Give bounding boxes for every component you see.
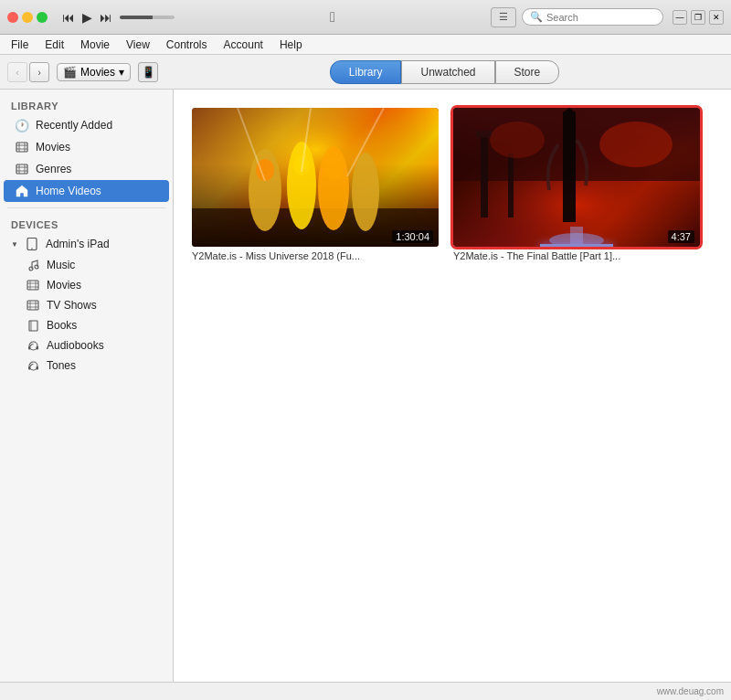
svg-rect-20 bbox=[27, 301, 38, 310]
menu-account[interactable]: Account bbox=[217, 37, 270, 53]
video-item-miss-universe[interactable]: 1:30:04 Y2Mate.is - Miss Universe 2018 (… bbox=[192, 108, 439, 261]
rewind-button[interactable]: ⏮ bbox=[62, 10, 75, 25]
svg-point-53 bbox=[490, 122, 545, 158]
menu-movie[interactable]: Movie bbox=[73, 37, 117, 53]
genres-icon bbox=[15, 162, 29, 176]
video-label-miss-universe: Y2Mate.is - Miss Universe 2018 (Fu... bbox=[192, 250, 439, 261]
device-movies-icon bbox=[26, 278, 40, 292]
device-icon-button[interactable]: 📱 bbox=[138, 62, 158, 82]
apple-logo:  bbox=[182, 9, 483, 26]
svg-point-52 bbox=[599, 122, 673, 167]
list-view-button[interactable]: ☰ bbox=[491, 7, 516, 27]
sidebar-item-genres[interactable]: Genres bbox=[4, 158, 169, 180]
movies-icon bbox=[15, 140, 29, 154]
menu-help[interactable]: Help bbox=[272, 37, 310, 53]
os-window-controls: — ❐ ✕ bbox=[673, 10, 724, 25]
main-layout: Library 🕐 Recently Added Movies Genres H… bbox=[0, 90, 731, 682]
menu-controls[interactable]: Controls bbox=[159, 37, 215, 53]
status-bar: www.deuag.com bbox=[0, 682, 731, 700]
sidebar-item-ipad[interactable]: ▼ Admin's iPad bbox=[4, 233, 169, 255]
movies-label: Movies bbox=[36, 141, 70, 154]
nav-arrows: ‹ › bbox=[7, 62, 49, 82]
category-icon: 🎬 bbox=[63, 66, 77, 79]
sidebar-item-home-videos[interactable]: Home Videos bbox=[4, 180, 169, 202]
list-icon: ☰ bbox=[499, 11, 508, 23]
svg-point-34 bbox=[287, 142, 316, 229]
sidebar-sub-item-tv-shows[interactable]: TV Shows bbox=[4, 295, 169, 315]
tv-shows-icon bbox=[26, 298, 40, 313]
search-icon: 🔍 bbox=[530, 11, 543, 23]
tv-shows-label: TV Shows bbox=[47, 299, 97, 312]
fastforward-button[interactable]: ⏭ bbox=[100, 10, 112, 25]
music-label: Music bbox=[47, 259, 75, 271]
svg-rect-51 bbox=[570, 227, 583, 245]
svg-rect-25 bbox=[29, 321, 37, 331]
category-label: Movies bbox=[80, 66, 115, 79]
menu-bar: File Edit Movie View Controls Account He… bbox=[0, 35, 731, 55]
svg-rect-47 bbox=[508, 154, 514, 217]
minimize-button[interactable] bbox=[22, 12, 33, 23]
svg-marker-10 bbox=[16, 186, 27, 196]
search-input[interactable] bbox=[546, 12, 652, 23]
close-button[interactable] bbox=[7, 12, 18, 23]
tab-group: Library Unwatched Store bbox=[165, 60, 724, 84]
svg-point-36 bbox=[352, 153, 379, 231]
tab-store[interactable]: Store bbox=[495, 60, 560, 84]
menu-edit[interactable]: Edit bbox=[37, 37, 71, 53]
back-button[interactable]: ‹ bbox=[7, 62, 27, 82]
sidebar-divider-devices bbox=[7, 207, 165, 208]
video-thumb-final-battle[interactable]: 4:37 bbox=[453, 108, 700, 247]
video-thumb-miss-universe[interactable]: 1:30:04 bbox=[192, 108, 439, 247]
video-title-miss-universe: Y2Mate.is - Miss Universe 2018 (Fu... bbox=[192, 250, 439, 261]
sidebar-sub-item-movies-device[interactable]: Movies bbox=[4, 275, 169, 295]
menu-file[interactable]: File bbox=[4, 37, 36, 53]
svg-rect-48 bbox=[563, 112, 576, 222]
books-label: Books bbox=[47, 319, 77, 332]
play-button[interactable]: ▶ bbox=[82, 10, 92, 25]
category-select[interactable]: 🎬 Movies ▾ bbox=[57, 63, 131, 81]
close-os-button[interactable]: ✕ bbox=[709, 10, 724, 25]
tab-unwatched[interactable]: Unwatched bbox=[401, 60, 494, 84]
audiobooks-label: Audiobooks bbox=[47, 339, 104, 352]
sidebar-sub-item-audiobooks[interactable]: Audiobooks bbox=[4, 335, 169, 355]
video-label-final-battle: Y2Mate.is - The Final Battle [Part 1]... bbox=[453, 250, 700, 261]
books-icon bbox=[26, 318, 40, 333]
tab-library[interactable]: Library bbox=[330, 60, 402, 84]
svg-rect-5 bbox=[16, 164, 27, 174]
genres-label: Genres bbox=[36, 163, 71, 175]
transport-controls: ⏮ ▶ ⏭ bbox=[62, 10, 175, 25]
sidebar-item-movies[interactable]: Movies bbox=[4, 136, 169, 158]
sidebar-sub-item-books[interactable]: Books bbox=[4, 315, 169, 335]
audiobooks-icon bbox=[26, 338, 40, 353]
sidebar-sub-item-tones[interactable]: Tones bbox=[4, 355, 169, 376]
video-title-final-battle: Y2Mate.is - The Final Battle [Part 1]... bbox=[453, 250, 700, 261]
video-item-final-battle[interactable]: 4:37 Y2Mate.is - The Final Battle [Part … bbox=[453, 108, 700, 261]
svg-rect-15 bbox=[27, 281, 38, 290]
menu-view[interactable]: View bbox=[119, 37, 157, 53]
music-icon bbox=[26, 258, 40, 272]
restore-os-button[interactable]: ❐ bbox=[691, 10, 705, 25]
tones-label: Tones bbox=[47, 359, 76, 372]
search-box[interactable]: 🔍 bbox=[522, 8, 663, 26]
sidebar: Library 🕐 Recently Added Movies Genres H… bbox=[0, 90, 174, 682]
iphone-icon: 📱 bbox=[142, 66, 155, 79]
sidebar-item-recently-added[interactable]: 🕐 Recently Added bbox=[4, 114, 169, 136]
watermark: www.deuag.com bbox=[657, 686, 724, 696]
svg-point-39 bbox=[324, 157, 343, 179]
thumb-image-miss-universe bbox=[192, 108, 439, 247]
forward-button[interactable]: › bbox=[29, 62, 49, 82]
volume-slider[interactable] bbox=[120, 16, 175, 19]
recently-added-label: Recently Added bbox=[36, 119, 112, 132]
svg-rect-45 bbox=[481, 135, 488, 217]
minimize-os-button[interactable]: — bbox=[673, 10, 687, 25]
ipad-icon bbox=[25, 237, 39, 251]
tones-icon bbox=[26, 358, 40, 373]
svg-rect-0 bbox=[16, 143, 27, 152]
home-videos-icon bbox=[15, 184, 29, 198]
content-area: 1:30:04 Y2Mate.is - Miss Universe 2018 (… bbox=[174, 90, 731, 682]
ipad-label: Admin's iPad bbox=[46, 238, 110, 250]
maximize-button[interactable] bbox=[37, 12, 48, 23]
sidebar-sub-item-music[interactable]: Music bbox=[4, 255, 169, 275]
triangle-expand-icon: ▼ bbox=[11, 240, 18, 249]
chevron-down-icon: ▾ bbox=[119, 66, 124, 79]
